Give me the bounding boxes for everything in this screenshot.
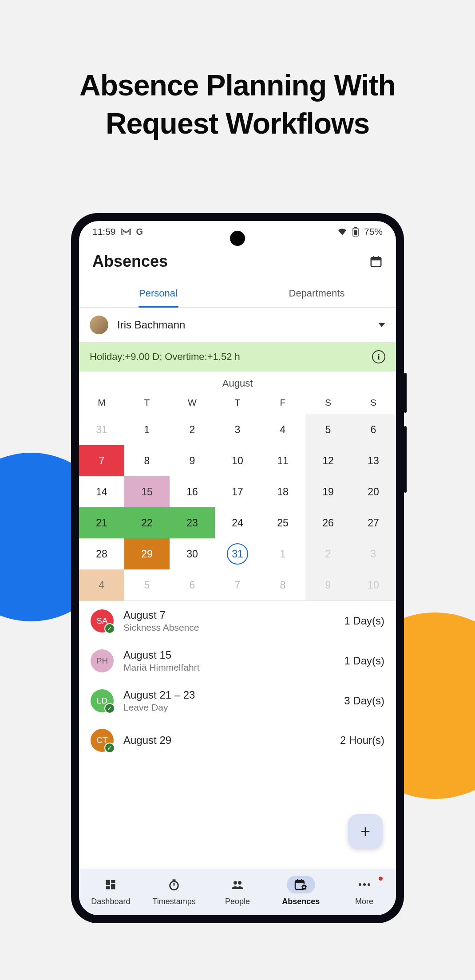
- calendar-day[interactable]: 8: [260, 569, 305, 601]
- absence-title: August 15: [123, 649, 334, 661]
- absence-subtitle: Sickness Absence: [123, 622, 334, 633]
- people-icon: [231, 879, 244, 890]
- tab-departments[interactable]: Departments: [238, 281, 396, 307]
- calendar-day[interactable]: 18: [260, 476, 305, 507]
- svg-point-21: [303, 886, 305, 888]
- user-avatar: [90, 316, 108, 334]
- calendar-day[interactable]: 3: [215, 414, 260, 445]
- calendar-day[interactable]: 13: [351, 445, 396, 476]
- calendar-dow-row: MTWTFSS: [79, 393, 396, 414]
- calendar-day[interactable]: 1: [124, 414, 170, 445]
- svg-rect-5: [373, 256, 375, 259]
- calendar-day[interactable]: 31: [79, 414, 124, 445]
- calendar-day[interactable]: 2: [305, 538, 351, 569]
- calendar-day[interactable]: 30: [170, 538, 215, 569]
- calendar-dow: T: [124, 393, 170, 414]
- calendar-day[interactable]: 31: [215, 538, 260, 569]
- absence-title: August 7: [123, 609, 334, 621]
- svg-rect-17: [295, 881, 304, 883]
- svg-rect-18: [297, 879, 298, 881]
- calendar-day[interactable]: 26: [305, 507, 351, 538]
- absence-item[interactable]: LD✓August 21 – 23Leave Day3 Day(s): [79, 681, 396, 721]
- calendar-day[interactable]: 19: [305, 476, 351, 507]
- calendar-day[interactable]: 23: [170, 507, 215, 538]
- calendar-day[interactable]: 11: [260, 445, 305, 476]
- page-title: Absences: [92, 252, 168, 271]
- calendar-day[interactable]: 8: [124, 445, 170, 476]
- absence-item[interactable]: CT✓August 292 Hour(s): [79, 721, 396, 760]
- absence-subtitle: Leave Day: [123, 702, 334, 713]
- svg-point-26: [359, 883, 361, 886]
- svg-rect-4: [371, 257, 381, 260]
- svg-point-14: [234, 881, 237, 885]
- calendar-day[interactable]: 2: [170, 414, 215, 445]
- calendar-day[interactable]: 10: [215, 445, 260, 476]
- calendar-day[interactable]: 9: [170, 445, 215, 476]
- calendar-day[interactable]: 7: [215, 569, 260, 601]
- battery-icon: [352, 227, 359, 237]
- svg-rect-8: [111, 880, 115, 883]
- app-header: Absences: [79, 241, 396, 281]
- nav-dashboard[interactable]: Dashboard: [79, 876, 142, 906]
- absence-badge: CT✓: [91, 729, 114, 752]
- absence-item[interactable]: SA✓August 7Sickness Absence1 Day(s): [79, 601, 396, 641]
- calendar-day[interactable]: 24: [215, 507, 260, 538]
- nav-absences[interactable]: Absences: [269, 876, 332, 906]
- absence-item[interactable]: PHAugust 15Mariä Himmelfahrt1 Day(s): [79, 641, 396, 681]
- calendar-day[interactable]: 5: [305, 414, 351, 445]
- calendar-month: August: [79, 371, 396, 393]
- dashboard-icon: [104, 878, 117, 891]
- balance-banner[interactable]: Holiday:+9.00 D; Overtime:+1.52 h i: [79, 342, 396, 371]
- calendar-day[interactable]: 27: [351, 507, 396, 538]
- add-button[interactable]: +: [348, 814, 383, 849]
- check-icon: ✓: [104, 743, 115, 753]
- calendar-day[interactable]: 22: [124, 507, 170, 538]
- calendar-day[interactable]: 3: [351, 538, 396, 569]
- calendar-day[interactable]: 21: [79, 507, 124, 538]
- calendar-icon[interactable]: [369, 255, 383, 268]
- svg-point-28: [368, 883, 370, 886]
- calendar-day[interactable]: 16: [170, 476, 215, 507]
- user-selector[interactable]: Iris Bachmann: [79, 308, 396, 342]
- calendar-day[interactable]: 1: [260, 538, 305, 569]
- gmail-icon: [121, 228, 131, 235]
- calendar-day[interactable]: 17: [215, 476, 260, 507]
- phone-notch: [230, 231, 245, 246]
- absence-badge: PH: [91, 649, 114, 672]
- tab-personal[interactable]: Personal: [79, 281, 238, 307]
- calendar-day[interactable]: 5: [124, 569, 170, 601]
- google-icon: G: [136, 227, 143, 237]
- absence-title: August 29: [123, 734, 330, 747]
- calendar-day[interactable]: 6: [351, 414, 396, 445]
- nav-more[interactable]: More: [332, 876, 396, 906]
- absence-duration: 3 Day(s): [344, 695, 384, 707]
- balance-text: Holiday:+9.00 D; Overtime:+1.52 h: [90, 351, 240, 363]
- calendar-day[interactable]: 14: [79, 476, 124, 507]
- notification-dot: [379, 877, 383, 881]
- svg-point-15: [238, 881, 241, 885]
- wifi-icon: [337, 228, 347, 236]
- calendar-day[interactable]: 4: [260, 414, 305, 445]
- phone-frame: 11:59 G 75% Absences: [71, 213, 404, 923]
- nav-people[interactable]: People: [206, 876, 269, 906]
- nav-timestamps[interactable]: Timestamps: [142, 876, 206, 906]
- calendar-day[interactable]: 15: [124, 476, 170, 507]
- calendar-day[interactable]: 28: [79, 538, 124, 569]
- calendar-day[interactable]: 10: [351, 569, 396, 601]
- svg-rect-7: [106, 880, 110, 885]
- calendar-day[interactable]: 29: [124, 538, 170, 569]
- calendar-day[interactable]: 7: [79, 445, 124, 476]
- info-icon[interactable]: i: [372, 350, 385, 364]
- user-name: Iris Bachmann: [117, 319, 369, 331]
- calendar-day[interactable]: 20: [351, 476, 396, 507]
- calendar-day[interactable]: 9: [305, 569, 351, 601]
- check-icon: ✓: [104, 623, 115, 634]
- calendar-day[interactable]: 6: [170, 569, 215, 601]
- calendar-day[interactable]: 25: [260, 507, 305, 538]
- calendar-dow: M: [79, 393, 124, 414]
- calendar-grid: 3112345678910111213141516171819202122232…: [79, 414, 396, 601]
- absence-badge: SA✓: [91, 609, 114, 632]
- calendar-day[interactable]: 12: [305, 445, 351, 476]
- absence-subtitle: Mariä Himmelfahrt: [123, 662, 334, 673]
- calendar-day[interactable]: 4: [79, 569, 124, 601]
